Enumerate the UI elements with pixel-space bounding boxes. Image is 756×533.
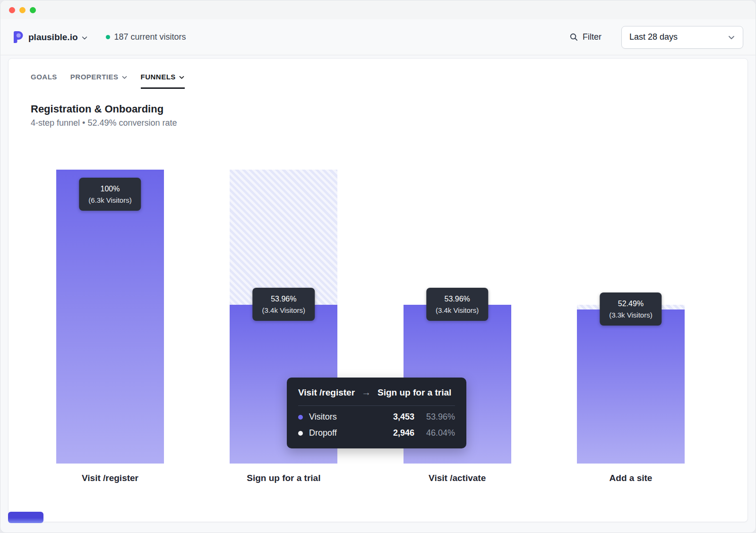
tooltip-divider: [298, 405, 455, 406]
tab-goals-label: GOALS: [31, 73, 57, 81]
step-stats-badge: 100% (6.3k Visitors): [79, 178, 141, 211]
funnel-chart: 100% (6.3k Visitors) Visit /register 53.…: [9, 170, 747, 483]
funnel-step-column: 52.49% (3.3k Visitors) Add a site: [577, 170, 685, 483]
step-visitors: (3.3k Visitors): [609, 309, 652, 320]
step-percent: 53.96%: [436, 293, 479, 305]
app-window: plausible.io 187 current visitors Filter…: [0, 0, 756, 533]
step-label: Visit /activate: [404, 473, 511, 483]
tab-funnels-label: FUNNELS: [141, 73, 176, 81]
step-stats-badge: 53.96% (3.4k Visitors): [253, 288, 315, 321]
chevron-down-icon: [121, 74, 128, 80]
step-stats-badge: 53.96% (3.4k Visitors): [426, 288, 488, 321]
arrow-right-icon: →: [361, 387, 371, 398]
tooltip-to-step: Sign up for a trial: [378, 387, 451, 398]
report-tabs: GOALS PROPERTIES FUNNELS: [31, 72, 725, 89]
tooltip-row-dropoff: Dropoff 2,946 46.04%: [298, 428, 455, 438]
tooltip-row-label: Dropoff: [309, 428, 378, 438]
funnel-step-column: 100% (6.3k Visitors) Visit /register: [56, 170, 164, 483]
live-visitors-dot-icon: [106, 35, 110, 39]
partially-visible-element: [8, 512, 43, 523]
tooltip-row-percent: 46.04%: [414, 428, 455, 438]
chevron-down-icon: [728, 34, 735, 41]
funnel-card: GOALS PROPERTIES FUNNELS Registration & …: [8, 58, 748, 522]
current-visitors-label: 187 current visitors: [114, 32, 186, 42]
step-label: Visit /register: [56, 473, 164, 483]
step-label: Add a site: [577, 473, 685, 483]
close-window-button[interactable]: [9, 7, 15, 13]
window-titlebar: [0, 0, 756, 19]
step-stats-badge: 52.49% (3.3k Visitors): [600, 292, 662, 326]
filter-button[interactable]: Filter: [569, 32, 601, 42]
tab-properties-label: PROPERTIES: [70, 73, 119, 81]
filter-label: Filter: [583, 32, 601, 42]
current-visitors-indicator[interactable]: 187 current visitors: [106, 32, 186, 42]
step-percent: 53.96%: [262, 293, 305, 305]
date-range-value: Last 28 days: [629, 32, 678, 42]
dropoff-dot-icon: [298, 431, 303, 436]
date-range-select[interactable]: Last 28 days: [621, 26, 743, 49]
dropoff-area: [230, 170, 337, 305]
funnel-title: Registration & Onboarding: [31, 103, 725, 115]
minimize-window-button[interactable]: [19, 7, 26, 13]
chevron-down-icon: [179, 74, 185, 80]
tooltip-row-visitors: Visitors 3,453 53.96%: [298, 412, 455, 422]
tab-goals[interactable]: GOALS: [31, 72, 57, 89]
top-navigation-bar: plausible.io 187 current visitors Filter…: [0, 19, 756, 55]
funnel-subtitle: 4-step funnel • 52.49% conversion rate: [31, 118, 725, 128]
step-visitors: (6.3k Visitors): [88, 195, 131, 206]
tooltip-header: Visit /register → Sign up for a trial: [298, 387, 455, 398]
tooltip-row-value: 3,453: [378, 412, 414, 422]
plausible-logo-icon: [13, 31, 24, 43]
funnel-tooltip: Visit /register → Sign up for a trial Vi…: [287, 378, 466, 448]
tooltip-row-value: 2,946: [378, 428, 414, 438]
step-visitors: (3.4k Visitors): [262, 305, 305, 316]
chevron-down-icon: [81, 34, 88, 41]
funnel-bar[interactable]: [577, 309, 685, 464]
tooltip-row-percent: 53.96%: [414, 412, 455, 422]
zoom-window-button[interactable]: [30, 7, 36, 13]
tooltip-row-label: Visitors: [309, 412, 378, 422]
tab-properties[interactable]: PROPERTIES: [70, 72, 128, 89]
search-icon: [569, 33, 578, 42]
funnel-bar[interactable]: [56, 170, 164, 464]
tab-funnels[interactable]: FUNNELS: [141, 72, 185, 89]
step-percent: 100%: [88, 183, 131, 195]
visitors-dot-icon: [298, 415, 303, 420]
site-name: plausible.io: [28, 32, 78, 43]
main-content: GOALS PROPERTIES FUNNELS Registration & …: [0, 55, 756, 533]
site-switcher[interactable]: plausible.io: [28, 32, 88, 43]
step-visitors: (3.4k Visitors): [436, 305, 479, 316]
tooltip-from-step: Visit /register: [298, 387, 355, 398]
step-percent: 52.49%: [609, 298, 652, 309]
step-label: Sign up for a trial: [230, 473, 337, 483]
